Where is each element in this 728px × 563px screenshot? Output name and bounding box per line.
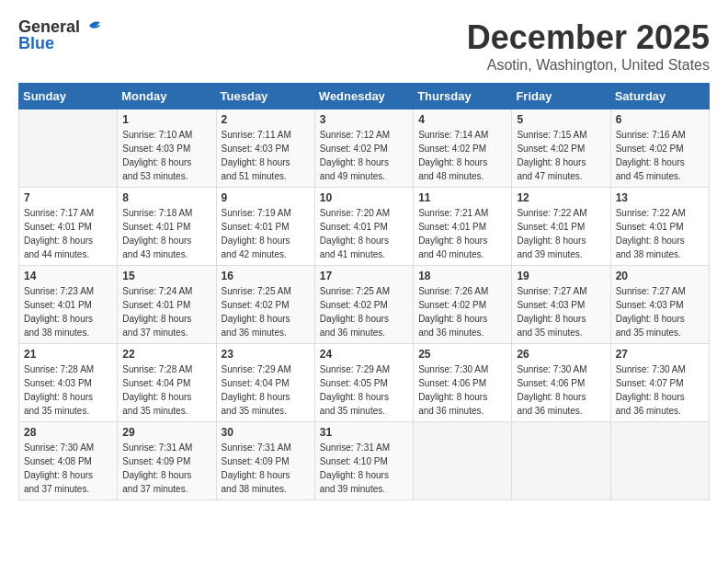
header: General Blue December 2025 Asotin, Washi… <box>18 18 710 74</box>
day-info: Sunrise: 7:25 AM Sunset: 4:02 PM Dayligh… <box>222 284 310 339</box>
day-info: Sunrise: 7:26 AM Sunset: 4:02 PM Dayligh… <box>418 284 506 339</box>
calendar-cell: 4Sunrise: 7:14 AM Sunset: 4:02 PM Daylig… <box>414 109 512 188</box>
day-info: Sunrise: 7:30 AM Sunset: 4:06 PM Dayligh… <box>517 362 605 418</box>
calendar-week-row: 14Sunrise: 7:23 AM Sunset: 4:01 PM Dayli… <box>19 266 710 344</box>
weekday-header-friday: Friday <box>512 84 610 109</box>
weekday-header-sunday: Sunday <box>19 84 118 109</box>
day-number: 19 <box>517 270 605 282</box>
day-info: Sunrise: 7:31 AM Sunset: 4:10 PM Dayligh… <box>320 441 408 496</box>
day-info: Sunrise: 7:29 AM Sunset: 4:05 PM Dayligh… <box>320 362 408 418</box>
calendar-subtitle: Asotin, Washington, United States <box>467 57 710 74</box>
day-info: Sunrise: 7:22 AM Sunset: 4:01 PM Dayligh… <box>616 206 704 261</box>
calendar-cell: 13Sunrise: 7:22 AM Sunset: 4:01 PM Dayli… <box>610 188 709 266</box>
day-number: 24 <box>320 348 408 361</box>
calendar-cell <box>512 422 610 500</box>
day-number: 10 <box>320 191 408 204</box>
day-number: 23 <box>222 348 310 361</box>
day-number: 8 <box>122 191 210 204</box>
calendar-week-row: 7Sunrise: 7:17 AM Sunset: 4:01 PM Daylig… <box>19 188 710 266</box>
calendar-cell: 17Sunrise: 7:25 AM Sunset: 4:02 PM Dayli… <box>314 266 413 344</box>
calendar-cell: 1Sunrise: 7:10 AM Sunset: 4:03 PM Daylig… <box>118 109 216 188</box>
calendar-week-row: 1Sunrise: 7:10 AM Sunset: 4:03 PM Daylig… <box>19 109 710 188</box>
calendar-cell: 15Sunrise: 7:24 AM Sunset: 4:01 PM Dayli… <box>118 266 216 344</box>
calendar-cell <box>610 422 709 500</box>
day-info: Sunrise: 7:29 AM Sunset: 4:04 PM Dayligh… <box>222 362 310 418</box>
calendar-week-row: 28Sunrise: 7:30 AM Sunset: 4:08 PM Dayli… <box>19 422 710 500</box>
calendar-cell: 2Sunrise: 7:11 AM Sunset: 4:03 PM Daylig… <box>216 109 314 188</box>
day-number: 25 <box>418 348 506 361</box>
calendar-cell: 21Sunrise: 7:28 AM Sunset: 4:03 PM Dayli… <box>19 344 118 422</box>
calendar-cell: 27Sunrise: 7:30 AM Sunset: 4:07 PM Dayli… <box>610 344 709 422</box>
day-info: Sunrise: 7:23 AM Sunset: 4:01 PM Dayligh… <box>24 284 112 339</box>
day-info: Sunrise: 7:28 AM Sunset: 4:04 PM Dayligh… <box>122 362 210 418</box>
day-number: 28 <box>24 426 112 439</box>
day-info: Sunrise: 7:14 AM Sunset: 4:02 PM Dayligh… <box>418 128 506 183</box>
weekday-header-monday: Monday <box>118 84 216 109</box>
calendar-cell: 24Sunrise: 7:29 AM Sunset: 4:05 PM Dayli… <box>314 344 413 422</box>
day-number: 5 <box>517 113 605 126</box>
day-number: 7 <box>24 191 112 204</box>
calendar-cell: 26Sunrise: 7:30 AM Sunset: 4:06 PM Dayli… <box>512 344 610 422</box>
day-info: Sunrise: 7:10 AM Sunset: 4:03 PM Dayligh… <box>122 128 210 183</box>
calendar-cell: 16Sunrise: 7:25 AM Sunset: 4:02 PM Dayli… <box>216 266 314 344</box>
weekday-header-saturday: Saturday <box>610 84 709 109</box>
day-number: 20 <box>616 270 704 282</box>
day-number: 12 <box>517 191 605 204</box>
day-info: Sunrise: 7:27 AM Sunset: 4:03 PM Dayligh… <box>517 284 605 339</box>
day-info: Sunrise: 7:18 AM Sunset: 4:01 PM Dayligh… <box>122 206 210 261</box>
weekday-header-thursday: Thursday <box>414 84 512 109</box>
calendar-cell: 14Sunrise: 7:23 AM Sunset: 4:01 PM Dayli… <box>19 266 118 344</box>
day-number: 18 <box>418 270 506 282</box>
calendar-cell: 20Sunrise: 7:27 AM Sunset: 4:03 PM Dayli… <box>610 266 709 344</box>
weekday-header-row: SundayMondayTuesdayWednesdayThursdayFrid… <box>19 84 710 109</box>
logo-text-blue: Blue <box>18 35 54 52</box>
calendar-cell: 29Sunrise: 7:31 AM Sunset: 4:09 PM Dayli… <box>118 422 216 500</box>
day-number: 29 <box>122 426 210 439</box>
weekday-header-tuesday: Tuesday <box>216 84 314 109</box>
logo: General Blue <box>18 18 102 52</box>
day-number: 14 <box>24 270 112 282</box>
day-number: 13 <box>616 191 704 204</box>
day-number: 17 <box>320 270 408 282</box>
day-info: Sunrise: 7:21 AM Sunset: 4:01 PM Dayligh… <box>418 206 506 261</box>
day-info: Sunrise: 7:27 AM Sunset: 4:03 PM Dayligh… <box>616 284 704 339</box>
day-number: 6 <box>616 113 704 126</box>
day-info: Sunrise: 7:31 AM Sunset: 4:09 PM Dayligh… <box>122 441 210 496</box>
calendar-cell: 25Sunrise: 7:30 AM Sunset: 4:06 PM Dayli… <box>414 344 512 422</box>
calendar-cell: 6Sunrise: 7:16 AM Sunset: 4:02 PM Daylig… <box>610 109 709 188</box>
calendar-cell <box>19 109 118 188</box>
day-info: Sunrise: 7:30 AM Sunset: 4:07 PM Dayligh… <box>616 362 704 418</box>
day-info: Sunrise: 7:25 AM Sunset: 4:02 PM Dayligh… <box>320 284 408 339</box>
day-number: 1 <box>122 113 210 126</box>
calendar-cell: 30Sunrise: 7:31 AM Sunset: 4:09 PM Dayli… <box>216 422 314 500</box>
day-number: 9 <box>222 191 310 204</box>
calendar-cell: 12Sunrise: 7:22 AM Sunset: 4:01 PM Dayli… <box>512 188 610 266</box>
calendar-cell: 9Sunrise: 7:19 AM Sunset: 4:01 PM Daylig… <box>216 188 314 266</box>
day-number: 3 <box>320 113 408 126</box>
calendar-cell: 22Sunrise: 7:28 AM Sunset: 4:04 PM Dayli… <box>118 344 216 422</box>
calendar-cell: 28Sunrise: 7:30 AM Sunset: 4:08 PM Dayli… <box>19 422 118 500</box>
day-number: 11 <box>418 191 506 204</box>
day-info: Sunrise: 7:16 AM Sunset: 4:02 PM Dayligh… <box>616 128 704 183</box>
day-number: 30 <box>222 426 310 439</box>
day-number: 21 <box>24 348 112 361</box>
day-info: Sunrise: 7:15 AM Sunset: 4:02 PM Dayligh… <box>517 128 605 183</box>
day-number: 16 <box>222 270 310 282</box>
calendar-title: December 2025 <box>467 18 710 57</box>
calendar-cell: 19Sunrise: 7:27 AM Sunset: 4:03 PM Dayli… <box>512 266 610 344</box>
day-number: 4 <box>418 113 506 126</box>
day-info: Sunrise: 7:19 AM Sunset: 4:01 PM Dayligh… <box>222 206 310 261</box>
day-info: Sunrise: 7:30 AM Sunset: 4:08 PM Dayligh… <box>24 441 112 496</box>
day-info: Sunrise: 7:22 AM Sunset: 4:01 PM Dayligh… <box>517 206 605 261</box>
calendar-table: SundayMondayTuesdayWednesdayThursdayFrid… <box>18 83 710 500</box>
calendar-cell <box>414 422 512 500</box>
calendar-cell: 8Sunrise: 7:18 AM Sunset: 4:01 PM Daylig… <box>118 188 216 266</box>
title-section: December 2025 Asotin, Washington, United… <box>467 18 710 74</box>
calendar-cell: 10Sunrise: 7:20 AM Sunset: 4:01 PM Dayli… <box>314 188 413 266</box>
day-info: Sunrise: 7:11 AM Sunset: 4:03 PM Dayligh… <box>222 128 310 183</box>
calendar-week-row: 21Sunrise: 7:28 AM Sunset: 4:03 PM Dayli… <box>19 344 710 422</box>
day-number: 27 <box>616 348 704 361</box>
day-info: Sunrise: 7:30 AM Sunset: 4:06 PM Dayligh… <box>418 362 506 418</box>
calendar-cell: 5Sunrise: 7:15 AM Sunset: 4:02 PM Daylig… <box>512 109 610 188</box>
calendar-cell: 18Sunrise: 7:26 AM Sunset: 4:02 PM Dayli… <box>414 266 512 344</box>
